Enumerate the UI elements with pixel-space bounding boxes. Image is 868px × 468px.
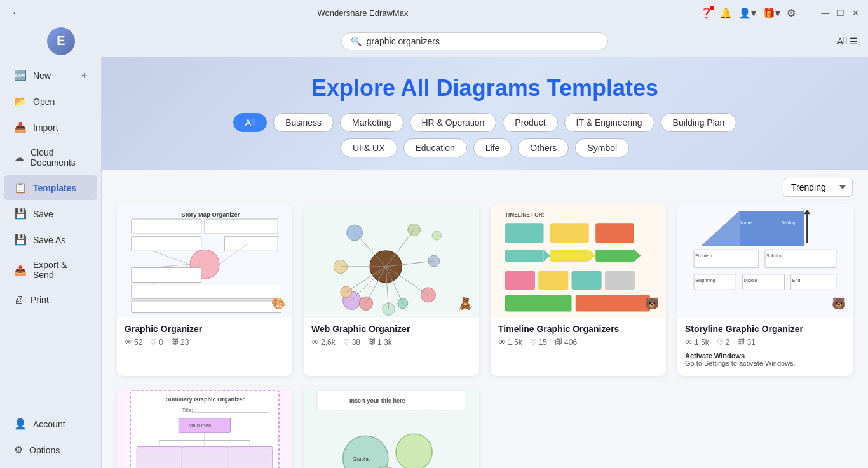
sidebar-item-label: Options (29, 445, 60, 455)
print-icon: 🖨 (14, 294, 24, 305)
sidebar-item-label: Templates (33, 183, 76, 193)
sidebar-item-save[interactable]: 💾 Save (4, 201, 97, 226)
svg-text:Setting: Setting (781, 220, 795, 225)
search-bar: 🔍 (341, 32, 608, 50)
card-info: Storyline Graphic Organizer 👁1.5k ♡2 🗐31… (677, 318, 853, 376)
chip-product[interactable]: Product (503, 113, 557, 132)
search-toolbar: E 🔍 All ☰ (0, 25, 868, 57)
chip-uiux[interactable]: UI & UX (341, 138, 397, 157)
sidebar-item-templates[interactable]: 📋 Templates (4, 175, 97, 200)
card-info: Web Graphic Organizer 👁2.6k ♡38 🗐1.3k (304, 318, 479, 353)
eye-icon: 👁 (125, 338, 132, 347)
sidebar-item-label: Save As (33, 235, 65, 245)
save-icon: 💾 (14, 208, 27, 220)
help-icon[interactable]: ❓ (700, 7, 713, 19)
chip-hr[interactable]: HR & Operation (410, 113, 497, 132)
chip-symbol[interactable]: Symbol (575, 138, 629, 157)
svg-text:End: End (792, 278, 801, 283)
template-card-web-graphic-organizer[interactable]: 🧸 Web Graphic Organizer 👁2.6k ♡38 🗐1.3k (304, 204, 479, 376)
chip-all[interactable]: All (233, 113, 268, 132)
sidebar-item-import[interactable]: 📥 Import (4, 115, 97, 140)
template-card-timeline-graphic[interactable]: TIMELINE FOR: (491, 204, 666, 376)
chip-business[interactable]: Business (273, 113, 334, 132)
user-menu-icon[interactable]: 👤▾ (738, 7, 756, 19)
options-icon: ⚙ (14, 444, 23, 456)
sidebar-item-account[interactable]: 👤 Account (4, 411, 97, 436)
svg-rect-50 (572, 271, 602, 290)
svg-point-26 (432, 231, 441, 240)
sidebar-item-label: Import (33, 123, 58, 133)
svg-text:Middle: Middle (743, 278, 757, 283)
svg-rect-85 (227, 447, 273, 468)
svg-rect-84 (182, 447, 227, 468)
chip-it[interactable]: IT & Engineering (564, 113, 654, 132)
svg-rect-46 (595, 250, 634, 262)
menu-icon: ☰ (850, 36, 858, 46)
close-button[interactable]: ✕ (851, 8, 860, 17)
sidebar-item-label: Export & Send (33, 260, 87, 280)
card-stats: 👁1.5k ♡2 🗐31 (685, 338, 845, 347)
sidebar-item-print[interactable]: 🖨 Print (4, 288, 97, 312)
chip-life[interactable]: Life (473, 138, 512, 157)
svg-rect-53 (576, 295, 650, 311)
card-thumbnail: 🧸 (304, 204, 479, 318)
sort-select[interactable]: Trending Newest Most Liked Most Used (783, 178, 853, 197)
heart-icon: ♡ (343, 338, 350, 347)
svg-marker-55 (739, 211, 804, 246)
minimize-button[interactable]: — (821, 8, 830, 17)
svg-rect-12 (132, 284, 281, 299)
card-stats: 👁52 ♡0 🗐23 (125, 338, 285, 347)
bell-icon[interactable]: 🔔 (719, 7, 732, 19)
svg-rect-13 (132, 301, 281, 313)
sidebar-item-saveas[interactable]: 💾 Save As (4, 227, 97, 252)
svg-text:Title:: Title: (182, 408, 193, 413)
svg-rect-51 (605, 271, 635, 290)
svg-text:Story Map Organizer: Story Map Organizer (181, 211, 240, 218)
search-input[interactable] (367, 36, 599, 46)
all-menu-button[interactable]: All ☰ (837, 36, 858, 46)
filter-row-2: UI & UX Education Life Others Symbol (127, 138, 843, 157)
svg-rect-49 (538, 271, 568, 290)
svg-rect-39 (505, 223, 544, 243)
svg-rect-48 (505, 271, 535, 290)
sidebar-item-cloud[interactable]: ☁ Cloud Documents (4, 141, 97, 174)
maximize-button[interactable]: ☐ (836, 8, 845, 17)
cloud-icon: ☁ (14, 152, 24, 164)
svg-rect-6 (224, 236, 278, 251)
chip-marketing[interactable]: Marketing (340, 113, 403, 132)
template-card-insert-title[interactable]: Insert your title here Graphic Insert yo… (304, 387, 479, 468)
import-icon: 📥 (14, 121, 27, 133)
gift-icon[interactable]: 🎁▾ (763, 7, 780, 19)
back-button[interactable]: ← (8, 4, 25, 22)
svg-rect-4 (132, 236, 201, 251)
card-info: Graphic Organizer 👁52 ♡0 🗐23 (117, 318, 292, 353)
template-card-summary[interactable]: Summary Graphic Organizer Title: Main Id… (117, 387, 292, 468)
author-avatar: 🐻 (830, 295, 848, 312)
author-avatar: 🎨 (269, 295, 287, 312)
svg-rect-44 (550, 250, 589, 262)
card-title: Timeline Graphic Organizers (498, 324, 658, 334)
sidebar-item-export[interactable]: 📤 Export & Send (4, 253, 97, 286)
svg-rect-83 (137, 447, 182, 468)
template-grid: Story Map Organizer (102, 204, 868, 468)
copy-icon: 🗐 (368, 338, 376, 347)
hero-banner: Explore All Diagrams Templates All Busin… (102, 57, 868, 170)
card-title: Graphic Organizer (125, 324, 285, 334)
card-title: Storyline Graphic Organizer (685, 324, 845, 334)
template-card-storyline[interactable]: Name Setting Problem Solution Beginning … (677, 204, 853, 376)
chip-others[interactable]: Others (518, 138, 569, 157)
sidebar-item-options[interactable]: ⚙ Options (4, 438, 97, 462)
settings-icon[interactable]: ⚙ (787, 7, 796, 19)
svg-text:Insert your title here: Insert your title here (349, 398, 405, 404)
chip-building[interactable]: Building Plan (661, 113, 737, 132)
open-icon: 📂 (14, 95, 27, 107)
sidebar-item-new[interactable]: 🆕 New + (4, 63, 97, 88)
template-card-graphic-organizer[interactable]: Story Map Organizer (117, 204, 292, 376)
account-icon: 👤 (14, 418, 27, 430)
svg-text:Graphic: Graphic (353, 457, 370, 462)
sidebar-item-open[interactable]: 📂 Open (4, 89, 97, 114)
svg-rect-40 (550, 223, 589, 243)
title-bar: ← Wondershare EdrawMax ❓ 🔔 👤▾ 🎁▾ ⚙ — ☐ ✕ (0, 0, 868, 25)
sidebar-item-label: Open (33, 97, 55, 107)
chip-education[interactable]: Education (403, 138, 467, 157)
